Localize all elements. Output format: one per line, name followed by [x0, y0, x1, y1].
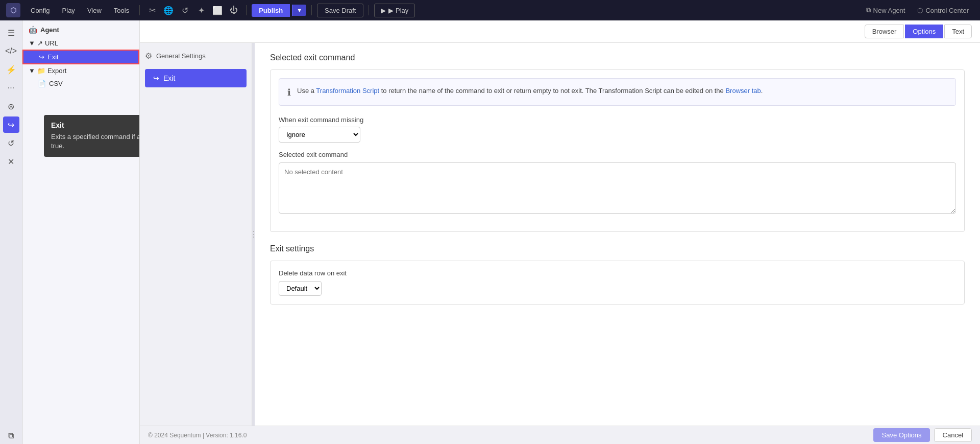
- sidebar-icon-refresh[interactable]: ↺: [3, 135, 19, 151]
- selected-exit-content-group: Selected exit command: [279, 151, 956, 215]
- tab-bar: Browser Options Text: [140, 20, 980, 43]
- publish-dropdown-button[interactable]: ▼: [292, 5, 306, 16]
- info-box: ℹ Use a Transformation Script to return …: [279, 78, 956, 106]
- cancel-button[interactable]: Cancel: [934, 428, 972, 442]
- nav-play[interactable]: Play: [57, 5, 80, 16]
- icon-sidebar: ☰ </> ⚡ ··· ⊛ ↪ ↺ ✕ ⧉: [0, 20, 22, 444]
- nav-separator-4: [369, 5, 369, 15]
- transformation-script-link[interactable]: Transformation Script: [316, 87, 379, 95]
- sidebar-icon-close[interactable]: ✕: [3, 153, 19, 170]
- selected-exit-content-label: Selected exit command: [279, 151, 956, 158]
- top-navigation: ⬡ Config Play View Tools ✂ 🌐 ↺ ✦ ⬜ ⏻ Pub…: [0, 0, 980, 20]
- when-exit-select[interactable]: Ignore Error Continue: [279, 127, 360, 143]
- selected-exit-command-title: Selected exit command: [270, 53, 965, 62]
- play-button[interactable]: ▶ ▶ Play: [374, 4, 415, 17]
- refresh-icon[interactable]: ↺: [178, 3, 192, 17]
- sidebar-icon-lightning[interactable]: ⚡: [3, 61, 19, 78]
- tree-node-csv[interactable]: 📄 CSV: [22, 77, 139, 90]
- exit-settings-card: Delete data row on exit Default Yes No: [270, 261, 965, 305]
- info-text: Use a Transformation Script to return th…: [297, 86, 763, 96]
- tree-node-export-label: Export: [47, 67, 67, 75]
- nav-separator-1: [139, 5, 140, 15]
- delete-row-label: Delete data row on exit: [279, 269, 956, 277]
- browser-tab-link[interactable]: Browser tab: [725, 87, 761, 95]
- tooltip-popup: Exit Exits a specified command if a cond…: [44, 115, 140, 157]
- exit-icon-nav: ⬡: [917, 7, 923, 14]
- gear-icon: ⚙: [145, 51, 152, 61]
- nav-config[interactable]: Config: [26, 5, 55, 16]
- exit-node-icon: ↪: [39, 53, 44, 61]
- nav-separator-3: [311, 5, 312, 15]
- tree-node-csv-label: CSV: [49, 80, 63, 87]
- content-wrapper: Browser Options Text ⚙ General Settings …: [140, 20, 980, 444]
- tab-options[interactable]: Options: [905, 25, 943, 38]
- top-content: ⚙ General Settings ↪ Exit Selected exit …: [140, 43, 980, 426]
- delete-row-select[interactable]: Default Yes No: [279, 281, 322, 296]
- save-draft-button[interactable]: Save Draft: [317, 4, 363, 17]
- footer-actions: Save Options Cancel: [873, 428, 972, 442]
- main-content: Selected exit command ℹ Use a Transforma…: [255, 43, 980, 426]
- when-exit-label: When exit command missing: [279, 116, 956, 124]
- sidebar-icon-menu[interactable]: ☰: [3, 25, 19, 41]
- info-icon: ℹ: [287, 87, 291, 98]
- sidebar-header-label: Agent: [40, 26, 59, 34]
- when-exit-group: When exit command missing Ignore Error C…: [279, 116, 956, 143]
- agent-icon: 🤖: [29, 26, 37, 34]
- info-text-part1: Use a: [297, 87, 316, 95]
- nav-tools[interactable]: Tools: [109, 5, 134, 16]
- main-layout: ☰ </> ⚡ ··· ⊛ ↪ ↺ ✕ ⧉ 🤖 Agent ▼ ↗ URL ↪ …: [0, 20, 980, 444]
- tree-node-exit-label: Exit: [47, 53, 59, 61]
- tree-node-url-label: URL: [45, 39, 58, 47]
- tree-node-export-toggle[interactable]: ▼ 📁 Export: [22, 64, 139, 77]
- info-text-part2: to return the name of the command to exi…: [379, 87, 725, 95]
- play-icon: ▶: [381, 7, 386, 14]
- exit-command-card: ℹ Use a Transformation Script to return …: [270, 69, 965, 232]
- tree-node-url-toggle[interactable]: ▼ ↗ URL: [22, 37, 139, 50]
- save-options-button[interactable]: Save Options: [873, 428, 929, 442]
- sidebar-icon-code[interactable]: </>: [3, 43, 19, 59]
- tooltip-description: Exits a specified command if a condition…: [51, 132, 140, 151]
- nav-view[interactable]: View: [82, 5, 107, 16]
- selected-exit-textarea[interactable]: [279, 162, 956, 214]
- tab-text[interactable]: Text: [944, 25, 972, 38]
- tree-sidebar: 🤖 Agent ▼ ↗ URL ↪ Exit ▼ 📁 Export 📄 CSV …: [22, 20, 140, 444]
- nav-separator-2: [246, 5, 247, 15]
- general-settings-label: General Settings: [156, 52, 206, 60]
- toggle-arrow-export: ▼: [29, 67, 35, 75]
- exit-settings-title: Exit settings: [270, 244, 965, 253]
- control-center-button[interactable]: ⬡ Control Center: [912, 5, 974, 16]
- toggle-arrow: ▼: [29, 39, 35, 47]
- sidebar-icon-graph[interactable]: ⊛: [3, 98, 19, 114]
- power-icon[interactable]: ⏻: [227, 3, 241, 17]
- center-panel: ⚙ General Settings ↪ Exit: [140, 43, 252, 426]
- tooltip-title: Exit: [51, 121, 140, 129]
- url-link-icon: ↗: [37, 39, 43, 47]
- sidebar-icon-dots[interactable]: ···: [3, 80, 19, 96]
- tree-node-exit[interactable]: ↪ Exit: [22, 50, 139, 64]
- sidebar-icon-exit[interactable]: ↪: [3, 116, 19, 133]
- footer: © 2024 Sequentum | Version: 1.16.0 Save …: [140, 426, 980, 444]
- exit-action-button[interactable]: ↪ Exit: [145, 69, 247, 87]
- exit-btn-icon: ↪: [153, 74, 159, 82]
- general-settings-header: ⚙ General Settings: [145, 48, 247, 64]
- new-agent-button[interactable]: ⧉ New Agent: [861, 4, 911, 16]
- sidebar-header: 🤖 Agent: [22, 20, 139, 37]
- screen-icon[interactable]: ⬜: [210, 3, 225, 17]
- globe-icon[interactable]: 🌐: [161, 3, 176, 17]
- csv-icon: 📄: [38, 80, 46, 87]
- info-text-part3: .: [761, 87, 763, 95]
- app-logo: ⬡: [6, 3, 20, 17]
- exit-btn-label: Exit: [163, 74, 175, 82]
- footer-copyright: © 2024 Sequentum | Version: 1.16.0: [148, 432, 247, 439]
- tab-browser[interactable]: Browser: [865, 25, 904, 38]
- publish-button[interactable]: Publish: [252, 4, 290, 17]
- sidebar-icon-layers[interactable]: ⧉: [3, 428, 19, 444]
- nodes-icon[interactable]: ✦: [194, 3, 208, 17]
- scissors-icon[interactable]: ✂: [145, 3, 159, 17]
- new-window-icon: ⧉: [866, 6, 871, 14]
- export-icon: 📁: [37, 67, 45, 75]
